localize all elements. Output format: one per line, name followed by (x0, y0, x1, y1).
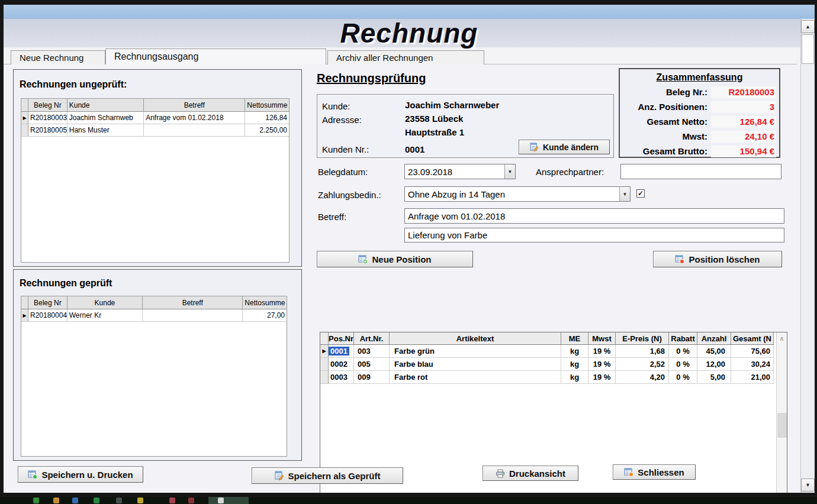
scroll-up-icon[interactable]: ∧ (777, 332, 787, 344)
col-nettosumme[interactable]: Nettosumme (243, 296, 287, 309)
col-kunde[interactable]: Kunde (67, 296, 143, 309)
taskbar-app-icon[interactable] (188, 497, 194, 503)
taskbar-app-icon[interactable] (137, 497, 143, 503)
cell-gesamt[interactable]: 75,60 (731, 345, 774, 357)
col-anzahl[interactable]: Anzahl (697, 332, 731, 344)
cell-me[interactable]: kg (561, 371, 588, 383)
cell-betreff[interactable] (143, 309, 243, 321)
cell-mwst[interactable]: 19 % (588, 358, 616, 370)
window-scrollbar[interactable]: ▲ ▼ (800, 19, 815, 493)
tab-archiv-aller-rechnungen[interactable]: Archiv aller Rechnungen (327, 50, 484, 64)
speichern-drucken-button[interactable]: Speichern u. Drucken (18, 466, 143, 483)
cell-gesamt[interactable]: 21,00 (731, 371, 774, 383)
tab-neue-rechnung[interactable]: Neue Rechnung (11, 50, 105, 64)
cell-mwst[interactable]: 19 % (588, 345, 616, 357)
positions-scrollbar[interactable]: ∧ ∨ (776, 332, 787, 493)
row-selector-arrow-icon[interactable]: ▶ (320, 345, 329, 357)
scroll-down-icon[interactable]: ▼ (801, 479, 815, 492)
row-selector[interactable] (21, 124, 28, 136)
position-row[interactable]: ▶ 0001 003 Farbe grün kg 19 % 1,68 0 % 4… (320, 345, 774, 358)
cell-netto[interactable]: 27,00 (243, 309, 287, 321)
cell-betreff[interactable]: Anfrage vom 01.02.2018 (144, 112, 245, 124)
druckansicht-button[interactable]: Druckansicht (483, 466, 578, 481)
cell-kunde[interactable]: Hans Muster (67, 124, 144, 136)
cell-preis[interactable]: 2,52 (616, 358, 669, 370)
cell-betreff[interactable] (144, 124, 245, 136)
taskbar-app-icon[interactable] (169, 497, 175, 503)
col-art-nr[interactable]: Art.Nr. (354, 332, 390, 344)
taskbar-app-icon[interactable] (53, 497, 59, 503)
scroll-up-icon[interactable]: ▲ (801, 20, 815, 33)
chevron-down-icon[interactable]: ▼ (504, 164, 515, 179)
row-selector-arrow-icon[interactable]: ▶ (21, 309, 28, 321)
col-betreff[interactable]: Betreff (144, 99, 245, 111)
neue-position-button[interactable]: Neue Position (317, 251, 473, 267)
col-mwst[interactable]: Mwst (588, 332, 616, 344)
cell-art[interactable]: 009 (354, 371, 390, 383)
taskbar-app-icon[interactable] (33, 497, 39, 503)
col-beleg-nr[interactable]: Beleg Nr (28, 99, 67, 111)
cell-text[interactable]: Farbe blau (390, 358, 561, 370)
position-row[interactable]: 0003 009 Farbe rot kg 19 % 4,20 0 % 5,00… (320, 371, 774, 384)
scrollbar-thumb[interactable] (777, 413, 787, 438)
taskbar-app-icon[interactable] (72, 497, 78, 503)
cell-netto[interactable]: 2.250,00 (245, 124, 289, 136)
col-beleg-nr[interactable]: Beleg Nr (28, 296, 67, 309)
row-selector[interactable] (320, 358, 329, 370)
col-gesamt[interactable]: Gesamt (N (731, 332, 774, 344)
cell-rabatt[interactable]: 0 % (669, 371, 697, 383)
col-e-preis[interactable]: E-Preis (N) (616, 332, 669, 344)
cell-anzahl[interactable]: 45,00 (697, 345, 731, 357)
taskbar-active-item[interactable] (208, 497, 249, 504)
cell-gesamt[interactable]: 30,24 (731, 358, 774, 370)
cell-me[interactable]: kg (561, 358, 588, 370)
cell-preis[interactable]: 4,20 (616, 371, 669, 383)
cell-beleg[interactable]: R20180004 (28, 309, 67, 321)
cell-preis[interactable]: 1,68 (616, 345, 669, 357)
row-selector[interactable] (320, 371, 329, 383)
cell-pos[interactable]: 0003 (329, 371, 354, 383)
cell-beleg[interactable]: R20180005 (28, 124, 67, 136)
cell-kunde[interactable]: Werner Kr (67, 309, 143, 321)
chevron-down-icon[interactable]: ▼ (619, 187, 630, 201)
selected-cell[interactable]: 0001 (329, 347, 349, 356)
position-loeschen-button[interactable]: Position löschen (653, 251, 782, 267)
cell-me[interactable]: kg (561, 345, 588, 357)
taskbar-app-icon[interactable] (94, 497, 99, 503)
cell-art[interactable]: 003 (354, 345, 390, 357)
cell-text[interactable]: Farbe grün (390, 345, 561, 357)
zahlungsbedin-combobox[interactable]: Ohne Abzug in 14 Tagen ▼ (404, 186, 631, 202)
col-betreff[interactable]: Betreff (143, 296, 243, 309)
col-kunde[interactable]: Kunde (67, 99, 144, 111)
zahlungsbedin-checkbox[interactable]: ✓ (636, 189, 645, 198)
col-pos-nr[interactable]: Pos.Nr (329, 332, 354, 344)
cell-text[interactable]: Farbe rot (390, 371, 561, 383)
speichern-als-geprueft-button[interactable]: Speichern als Geprüft (252, 467, 403, 484)
cell-mwst[interactable]: 19 % (588, 371, 616, 383)
cell-anzahl[interactable]: 12,00 (697, 358, 731, 370)
tab-rechnungsausgang[interactable]: Rechnungsausgang (105, 49, 326, 64)
betreff-input[interactable] (404, 208, 784, 224)
table-row[interactable]: R20180005 Hans Muster 2.250,00 (21, 124, 289, 137)
table-row[interactable]: ▶ R20180003 Joachim Scharnweb Anfrage vo… (21, 112, 289, 124)
cell-netto[interactable]: 126,84 (245, 112, 289, 124)
table-row[interactable]: ▶ R20180004 Werner Kr 27,00 (21, 309, 287, 322)
taskbar-app-icon[interactable] (116, 497, 122, 503)
schliessen-button[interactable]: Schliessen (613, 464, 696, 480)
cell-rabatt[interactable]: 0 % (669, 358, 697, 370)
belegdatum-combobox[interactable]: 23.09.2018 ▼ (404, 164, 516, 179)
col-me[interactable]: ME (561, 332, 588, 344)
cell-art[interactable]: 005 (354, 358, 390, 370)
row-selector-arrow-icon[interactable]: ▶ (21, 112, 28, 124)
scrollbar-thumb[interactable] (802, 34, 814, 64)
ansprechpartner-input[interactable] (620, 164, 781, 179)
cell-rabatt[interactable]: 0 % (669, 345, 697, 357)
cell-pos[interactable]: 0002 (329, 358, 354, 370)
col-nettosumme[interactable]: Nettosumme (245, 99, 289, 111)
col-artikeltext[interactable]: Artikeltext (390, 332, 561, 344)
cell-anzahl[interactable]: 5,00 (697, 371, 731, 383)
col-rabatt[interactable]: Rabatt (669, 332, 697, 344)
kunde-aendern-button[interactable]: Kunde ändern (519, 140, 610, 154)
position-row[interactable]: 0002 005 Farbe blau kg 19 % 2,52 0 % 12,… (320, 358, 774, 371)
cell-beleg[interactable]: R20180003 (28, 112, 67, 124)
